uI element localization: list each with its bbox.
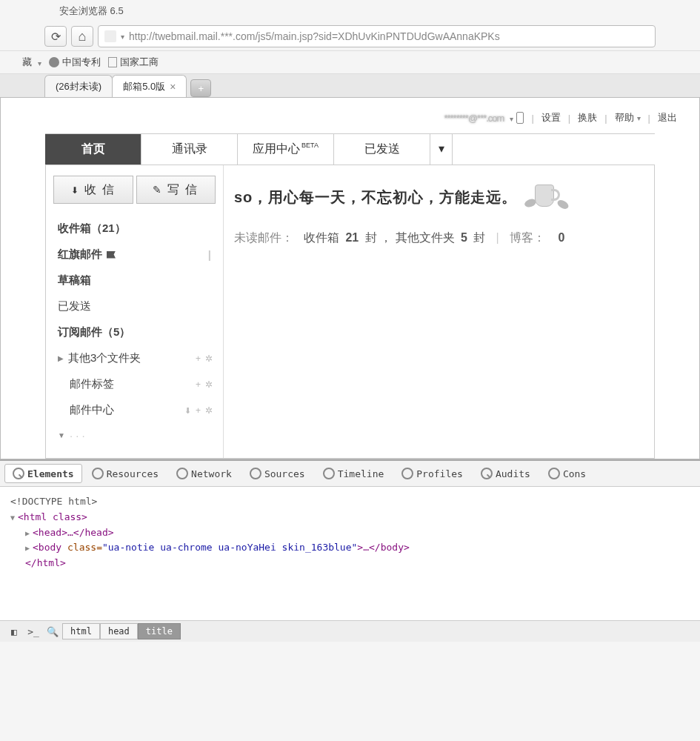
browser-window-title: 安全浏览器 6.5 [0,0,700,22]
browser-toolbar: ▾ http://twebmail.mail.***.com/js5/main.… [0,22,700,51]
devtools-panel: Elements Resources Network Sources Timel… [0,459,700,642]
cup-illustration [524,180,569,214]
dom-body[interactable]: ▶<body class="ua-notie ua-chrome ua-noYa… [10,540,690,556]
devtools-tab-timeline[interactable]: Timeline [315,464,393,483]
devtools-tab-resources[interactable]: Resources [84,464,167,483]
breadcrumb-head[interactable]: head [100,623,138,639]
new-tab-button[interactable]: + [190,79,211,97]
gear-icon[interactable] [205,353,213,364]
bookmark-patent[interactable]: 中国专利 [49,56,101,69]
globe-icon [49,57,59,67]
resources-icon [92,468,104,479]
devtools-dom-tree[interactable]: <!DOCTYPE html> ▼<html class> ▶<head>…</… [0,487,700,620]
folder-drafts[interactable]: 草稿箱 [53,268,216,293]
devtools-tab-audits[interactable]: Audits [473,464,539,483]
tab-sent[interactable]: 已发送 [334,134,430,165]
beta-badge: BETA [301,142,319,149]
folder-redflag[interactable]: 红旗邮件| [53,242,216,268]
mail-summary: 未读邮件： 收件箱 21 封 ， 其他文件夹 5 封 | 博客： 0 [234,230,644,246]
mail-app: ********@***.com | 设置 | 换肤 | 帮助 | 退出 首页 … [0,98,700,459]
plus-icon[interactable] [196,353,201,364]
blog-count: 0 [559,231,565,245]
inspect-icon [13,468,24,479]
breadcrumb-title[interactable]: title [138,623,181,639]
account-email: ********@***.com [444,113,504,124]
mail-sidebar: 收 信 写 信 收件箱（21） 红旗邮件| 草稿箱 已发送 订阅邮件（5） ▶其… [46,165,224,458]
compose-button[interactable]: 写 信 [136,176,216,204]
sources-icon [250,468,261,479]
site-icon [104,30,116,42]
folder-inbox[interactable]: 收件箱（21） [53,216,216,242]
other-count: 5 [461,231,467,244]
caret-right-icon: ▶ [58,354,64,362]
motto-text: so，用心每一天，不忘初心，方能走远。 [234,187,517,207]
tab-more-dropdown[interactable]: ▾ [430,134,453,165]
favorites-menu[interactable]: 藏 [22,56,41,69]
skin-link[interactable]: 换肤 [578,111,597,124]
devtools-tab-bar: Elements Resources Network Sources Timel… [0,461,700,487]
mail-header: ********@***.com | 设置 | 换肤 | 帮助 | 退出 [1,98,699,133]
refresh-button[interactable] [44,26,67,47]
browser-tab-strip: (26封未读) 邮箱5.0版× + [0,74,700,98]
mail-nav-tabs: 首页 通讯录 应用中心BETA 已发送 ▾ [45,133,655,165]
tab-app-center[interactable]: 应用中心BETA [238,134,334,165]
settings-link[interactable]: 设置 [541,111,561,124]
folder-labels[interactable]: 邮件标签 [53,371,216,397]
phone-icon[interactable] [516,112,524,124]
close-icon[interactable]: × [170,81,176,93]
url-bar[interactable]: ▾ http://twebmail.mail.***.com/js5/main.… [98,25,656,47]
unread-label: 未读邮件： [234,230,293,246]
gear-icon[interactable] [205,379,213,390]
devtools-tab-console[interactable]: Cons [540,464,594,483]
inbox-count: 21 [345,231,359,244]
tab-contacts[interactable]: 通讯录 [141,134,238,165]
bookmarks-bar: 藏 中国专利 国家工商 [0,51,700,74]
dom-head[interactable]: ▶<head>…</head> [10,525,690,541]
dom-html-open[interactable]: ▼<html class> [10,510,690,525]
caret-down-icon: ▼ [58,431,65,439]
dock-button[interactable]: ◧ [4,623,24,639]
folder-center[interactable]: 邮件中心 [53,397,216,423]
dom-doctype: <!DOCTYPE html> [10,494,690,510]
refresh-icon [51,30,61,44]
help-link[interactable]: 帮助 [615,111,641,124]
tab-home[interactable]: 首页 [45,134,141,165]
account-dropdown-icon[interactable] [507,113,513,124]
document-icon [108,57,117,67]
browser-tab-mailbox[interactable]: 邮箱5.0版× [112,75,187,97]
blog-label: 博客： [510,230,545,246]
receive-button[interactable]: 收 信 [53,176,133,204]
folder-collapsed[interactable]: ▼· · · [53,423,216,448]
network-icon [176,468,188,479]
folder-subscribe[interactable]: 订阅邮件（5） [53,319,216,345]
console-icon [548,468,560,479]
edit-icon [153,183,163,196]
url-text: http://twebmail.mail.***.com/js5/main.js… [129,30,500,42]
devtools-breadcrumb: ◧ >_ 🔍 html head title [0,620,700,642]
plus-icon[interactable] [196,379,201,390]
audits-icon [481,468,493,479]
url-dropdown-icon[interactable]: ▾ [121,33,124,41]
search-button[interactable]: 🔍 [43,623,62,639]
download-small-icon[interactable] [184,405,191,416]
devtools-tab-profiles[interactable]: Profiles [393,464,471,483]
mail-content: so，用心每一天，不忘初心，方能走远。 未读邮件： 收件箱 21 封 ， 其他文… [224,165,654,458]
devtools-tab-network[interactable]: Network [168,464,240,483]
home-button[interactable] [71,26,93,47]
devtools-tab-elements[interactable]: Elements [4,464,82,483]
home-icon [79,29,87,44]
console-toggle-button[interactable]: >_ [24,623,43,639]
browser-tab-unread[interactable]: (26封未读) [44,75,113,97]
devtools-tab-sources[interactable]: Sources [241,464,313,483]
profiles-icon [401,468,413,479]
dom-html-close: </html> [10,556,690,571]
folder-other3[interactable]: ▶其他3个文件夹 [53,345,216,371]
folder-sent[interactable]: 已发送 [53,293,216,319]
download-icon [71,183,80,196]
breadcrumb-html[interactable]: html [62,623,100,639]
plus-icon[interactable] [196,405,201,416]
flag-icon [107,251,116,259]
logout-link[interactable]: 退出 [658,111,677,124]
bookmark-saic[interactable]: 国家工商 [108,56,159,69]
gear-icon[interactable] [205,405,213,416]
